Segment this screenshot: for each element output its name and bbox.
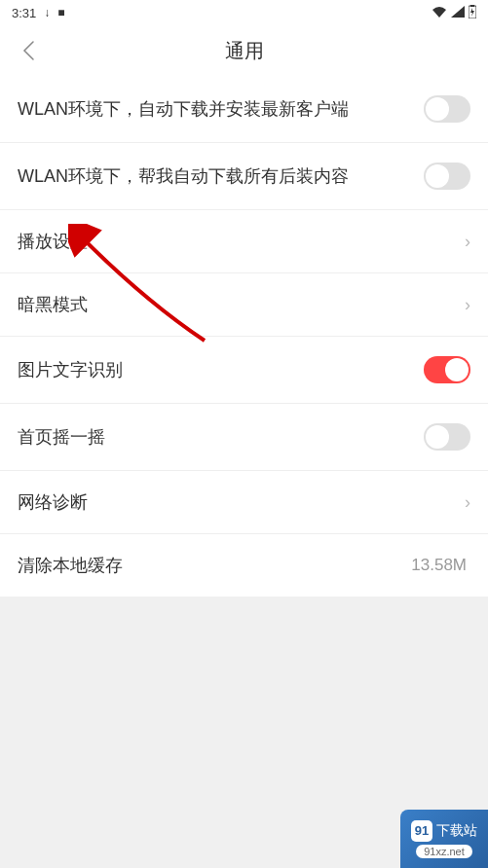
chevron-right-icon: › xyxy=(465,232,470,252)
toggle-wlan_auto_download[interactable] xyxy=(424,163,470,190)
setting-playback_settings[interactable]: 播放设置› xyxy=(0,210,488,273)
page-title: 通用 xyxy=(0,38,488,64)
toggle-knob xyxy=(426,97,449,121)
signal-icon xyxy=(451,6,465,20)
setting-value: 13.58M xyxy=(411,556,467,575)
toggle-knob xyxy=(445,358,469,381)
watermark: 91 下载站 91xz.net xyxy=(400,810,488,868)
setting-dark_mode[interactable]: 暗黑模式› xyxy=(0,273,488,337)
setting-wlan_auto_download[interactable]: WLAN环境下，帮我自动下载所有后装内容 xyxy=(0,143,488,210)
setting-label: 图片文字识别 xyxy=(18,358,424,381)
app-indicator-icon: ■ xyxy=(57,6,64,19)
back-button[interactable] xyxy=(14,36,43,65)
svg-rect-1 xyxy=(470,5,474,7)
setting-label: WLAN环境下，帮我自动下载所有后装内容 xyxy=(18,164,424,188)
download-icon: ↓ xyxy=(44,6,50,19)
toggle-image_text_recognition[interactable] xyxy=(424,356,470,383)
setting-label: 暗黑模式 xyxy=(18,293,465,316)
battery-icon xyxy=(469,5,476,21)
setting-label: WLAN环境下，自动下载并安装最新客户端 xyxy=(18,97,424,121)
setting-label: 播放设置 xyxy=(18,230,465,253)
chevron-right-icon: › xyxy=(465,295,470,315)
chevron-right-icon: › xyxy=(465,492,470,513)
setting-network_diagnosis[interactable]: 网络诊断› xyxy=(0,471,488,534)
toggle-knob xyxy=(426,164,449,188)
setting-label: 首页摇一摇 xyxy=(18,425,424,449)
toggle-knob xyxy=(426,425,449,449)
setting-wlan_auto_update[interactable]: WLAN环境下，自动下载并安装最新客户端 xyxy=(0,76,488,143)
settings-list: WLAN环境下，自动下载并安装最新客户端WLAN环境下，帮我自动下载所有后装内容… xyxy=(0,76,488,597)
setting-label: 网络诊断 xyxy=(18,490,465,514)
setting-shake_homepage[interactable]: 首页摇一摇 xyxy=(0,404,488,471)
setting-label: 清除本地缓存 xyxy=(18,554,411,577)
watermark-logo: 91 下载站 xyxy=(411,820,477,842)
setting-image_text_recognition[interactable]: 图片文字识别 xyxy=(0,337,488,404)
status-bar: 3:31 ↓ ■ xyxy=(0,0,488,25)
header: 通用 xyxy=(0,25,488,76)
chevron-left-icon xyxy=(21,40,35,61)
wifi-icon xyxy=(432,6,447,20)
toggle-wlan_auto_update[interactable] xyxy=(424,95,470,123)
watermark-text: 下载站 xyxy=(436,822,477,840)
watermark-badge: 91 xyxy=(411,820,432,842)
status-right xyxy=(432,5,476,21)
watermark-url: 91xz.net xyxy=(416,845,472,858)
status-left: 3:31 ↓ ■ xyxy=(12,6,65,20)
status-time: 3:31 xyxy=(12,6,36,20)
toggle-shake_homepage[interactable] xyxy=(424,423,470,451)
setting-clear_cache[interactable]: 清除本地缓存13.58M xyxy=(0,534,488,597)
